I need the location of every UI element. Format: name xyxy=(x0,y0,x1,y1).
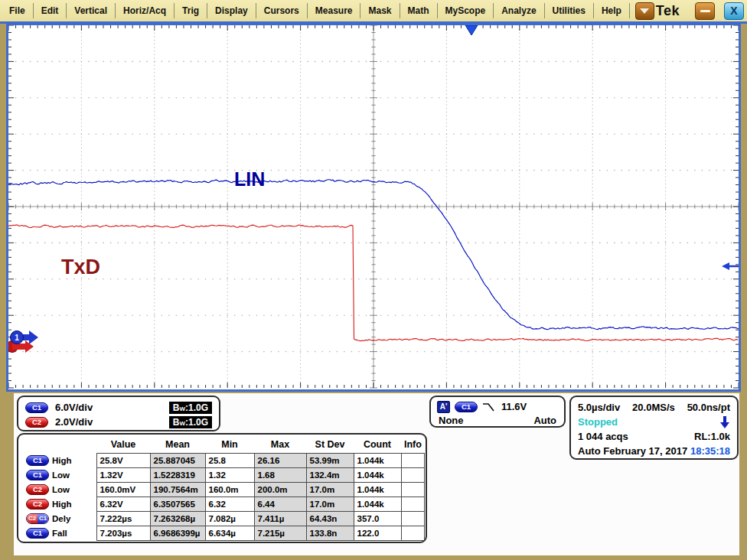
menu-item-trig[interactable]: Trig xyxy=(175,3,207,18)
measurement-min: 1.32 xyxy=(205,467,254,482)
measurement-row-fall: C1Fall7.203µs6.9686399µ6.634µ7.215µ133.8… xyxy=(23,526,424,540)
menu-item-mask[interactable]: Mask xyxy=(360,3,400,18)
menu-item-display[interactable]: Display xyxy=(207,3,256,18)
menu-item-analyze[interactable]: Analyze xyxy=(494,3,544,18)
measurement-value: 25.8V xyxy=(96,453,150,467)
measurements-table: ValueMeanMinMaxSt DevCountInfo C1High25.… xyxy=(23,437,425,541)
oscilloscope-screen: FileEditVerticalHoriz/AcqTrigDisplayCurs… xyxy=(0,0,747,560)
horizontal-panel: 5.0µs/div 20.0MS/s 50.0ns/pt Stopped 1 0… xyxy=(569,396,739,460)
measurement-st-dev: 64.43n xyxy=(306,511,354,526)
svg-text:1: 1 xyxy=(15,334,19,342)
measurement-source-badge: C2C1 xyxy=(23,511,49,526)
measurement-row-high: C2High6.32V6.35075656.326.4417.0m1.044k xyxy=(23,497,424,511)
menu-item-cursors[interactable]: Cursors xyxy=(256,3,308,18)
trigger-run-mode: Auto xyxy=(578,445,601,457)
measurement-value: 1.32V xyxy=(96,467,150,482)
measurement-row-low: C1Low1.32V1.52283191.321.68132.4m1.044k xyxy=(23,467,424,482)
measurement-source-badge: C1 xyxy=(23,526,49,540)
down-arrow-icon xyxy=(719,415,730,429)
measurement-min: 6.32 xyxy=(205,497,254,511)
menu-item-vertical[interactable]: Vertical xyxy=(67,3,116,18)
sample-resolution: 50.0ns/pt xyxy=(687,402,730,413)
channel-1-scale: 6.0V/div xyxy=(55,402,93,413)
measurement-info xyxy=(401,497,424,511)
measurement-source-badge: C2 xyxy=(23,497,49,511)
measurement-count: 1.044k xyxy=(354,453,401,467)
minimize-icon xyxy=(700,10,710,12)
column-header-max: Max xyxy=(254,437,306,453)
measurements-header-row: ValueMeanMinMaxSt DevCountInfo xyxy=(23,437,424,453)
menu-bar: FileEditVerticalHoriz/AcqTrigDisplayCurs… xyxy=(0,0,747,21)
channel-2-bandwidth: BW:1.0G xyxy=(169,416,212,428)
close-icon: X xyxy=(730,5,737,16)
column-header-info: Info xyxy=(401,437,424,453)
measurement-count: 122.0 xyxy=(354,526,401,540)
minimize-button[interactable] xyxy=(695,2,715,20)
measurement-value: 6.32V xyxy=(96,497,150,511)
measurement-info xyxy=(401,482,424,497)
trigger-source-badge: C1 xyxy=(455,402,478,412)
timebase-row: 5.0µs/div 20.0MS/s 50.0ns/pt xyxy=(578,400,730,415)
channel-1-row[interactable]: C1 6.0V/div BW:1.0G xyxy=(25,400,212,415)
menu-items: FileEditVerticalHoriz/AcqTrigDisplayCurs… xyxy=(2,0,630,21)
acquisition-status: Stopped xyxy=(578,416,618,428)
column-header-value: Value xyxy=(96,437,150,453)
trace-label-lin: LIN xyxy=(234,168,265,190)
measurement-st-dev: 53.99m xyxy=(306,453,354,467)
falling-edge-icon xyxy=(482,401,497,412)
measurement-mean: 1.5228319 xyxy=(150,467,205,482)
record-length: RL:1.0k xyxy=(694,431,730,442)
measurement-name: High xyxy=(49,497,96,511)
trigger-a-badge: A' xyxy=(437,401,450,413)
acquisition-count: 1 044 acqs xyxy=(578,431,628,442)
measurement-value: 7.222µs xyxy=(96,511,150,526)
measurement-mean: 7.263268µ xyxy=(150,511,205,526)
measurement-mean: 25.887045 xyxy=(150,453,205,467)
menu-item-horiz-acq[interactable]: Horiz/Acq xyxy=(116,3,175,18)
menu-item-edit[interactable]: Edit xyxy=(34,3,67,18)
measurement-st-dev: 17.0m xyxy=(306,497,354,511)
trigger-holdoff: None xyxy=(439,415,464,426)
measurement-source-badge: C1 xyxy=(23,467,49,482)
menu-dropdown-button[interactable] xyxy=(635,2,654,20)
measurement-st-dev: 17.0m xyxy=(306,482,354,497)
measurement-max: 200.0m xyxy=(254,482,306,497)
measurement-min: 6.634µ xyxy=(205,526,254,540)
measurement-info xyxy=(401,526,424,540)
menu-item-file[interactable]: File xyxy=(2,3,34,18)
column-header-mean: Mean xyxy=(150,437,205,453)
channel-2-row[interactable]: C2 2.0V/div BW:1.0G xyxy=(25,415,212,429)
trace-label-txd: TxD xyxy=(61,256,100,278)
measurement-max: 26.16 xyxy=(254,453,306,467)
date-label: February 17, 2017 xyxy=(603,445,687,457)
trigger-settings-row[interactable]: A' C1 11.6V xyxy=(437,399,558,414)
measurement-name: High xyxy=(49,453,96,467)
measurement-name: Low xyxy=(49,482,96,497)
measurement-count: 1.044k xyxy=(354,482,401,497)
measurement-min: 7.082µ xyxy=(205,511,254,526)
measurement-row-dely: C2C1Dely7.222µs7.263268µ7.082µ7.411µ64.4… xyxy=(23,511,424,526)
measurement-max: 7.215µ xyxy=(254,526,306,540)
graticule: LINTxD1 xyxy=(6,23,741,392)
menu-item-measure[interactable]: Measure xyxy=(308,3,361,18)
measurement-max: 7.411µ xyxy=(254,511,306,526)
measurement-st-dev: 132.4m xyxy=(306,467,354,482)
menu-item-help[interactable]: Help xyxy=(594,3,630,18)
measurement-value: 7.203µs xyxy=(96,526,150,540)
sample-rate: 20.0MS/s xyxy=(632,402,675,413)
waveform-display: LINTxD1 xyxy=(6,23,741,392)
measurement-info xyxy=(401,453,424,467)
measurement-min: 25.8 xyxy=(205,453,254,467)
menu-item-utilities[interactable]: Utilities xyxy=(545,3,594,18)
tek-logo: Tek xyxy=(656,3,680,19)
measurement-mean: 6.3507565 xyxy=(150,497,205,511)
measurement-max: 6.44 xyxy=(254,497,306,511)
menu-item-myscope[interactable]: MyScope xyxy=(438,3,494,18)
vertical-settings-panel: C1 6.0V/div BW:1.0G C2 2.0V/div BW:1.0G xyxy=(17,396,220,431)
close-button[interactable]: X xyxy=(724,2,744,20)
column-header-min: Min xyxy=(205,437,254,453)
trigger-mode: Auto xyxy=(533,415,556,426)
channel-2-badge: C2 xyxy=(25,417,48,428)
measurement-name: Low xyxy=(49,467,96,482)
menu-item-math[interactable]: Math xyxy=(400,3,438,18)
